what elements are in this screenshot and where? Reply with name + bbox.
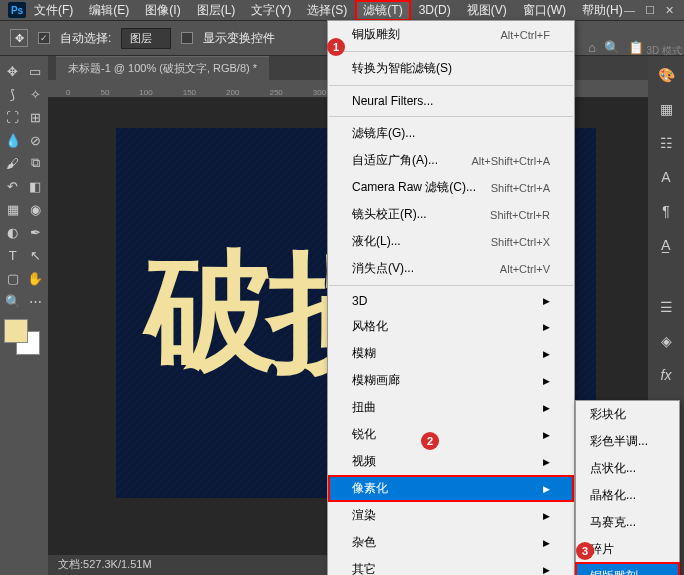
- path-tool[interactable]: ↖: [25, 244, 47, 266]
- filter-pixelate[interactable]: 像素化▶: [328, 475, 574, 502]
- document-tab[interactable]: 未标题-1 @ 100% (破损文字, RGB/8) *: [56, 56, 269, 80]
- history-brush-tool[interactable]: ↶: [2, 175, 24, 197]
- filter-vanishing-point[interactable]: 消失点(V)...Alt+Ctrl+V: [328, 255, 574, 282]
- minimize-icon[interactable]: —: [624, 4, 635, 17]
- menu-image[interactable]: 图像(I): [137, 0, 188, 21]
- filter-sharpen[interactable]: 锐化▶: [328, 421, 574, 448]
- menu-window[interactable]: 窗口(W): [515, 0, 574, 21]
- blur-tool[interactable]: ◉: [25, 198, 47, 220]
- styles-panel-icon[interactable]: ¶: [653, 198, 679, 224]
- layer-dropdown[interactable]: 图层: [121, 28, 171, 49]
- eyedropper-tool[interactable]: 💧: [2, 129, 24, 151]
- annotation-badge-2: 2: [421, 432, 439, 450]
- menu-type[interactable]: 文字(Y): [243, 0, 299, 21]
- filter-stylize[interactable]: 风格化▶: [328, 313, 574, 340]
- menu-3d[interactable]: 3D(D): [411, 1, 459, 19]
- filter-video[interactable]: 视频▶: [328, 448, 574, 475]
- home-icon[interactable]: ⌂: [588, 40, 596, 55]
- search-icon[interactable]: 🔍: [604, 40, 620, 55]
- edit-toolbar[interactable]: ⋯: [25, 290, 47, 312]
- sub-color-halftone[interactable]: 彩色半调...: [576, 428, 679, 455]
- filter-liquify[interactable]: 液化(L)...Shift+Ctrl+X: [328, 228, 574, 255]
- menu-layer[interactable]: 图层(L): [189, 0, 244, 21]
- type-tool[interactable]: T: [2, 244, 24, 266]
- gradient-tool[interactable]: ▦: [2, 198, 24, 220]
- menu-file[interactable]: 文件(F): [26, 0, 81, 21]
- adjustments-panel-icon[interactable]: A: [653, 164, 679, 190]
- foreground-color[interactable]: [4, 319, 28, 343]
- menu-filter[interactable]: 滤镜(T): [355, 0, 410, 21]
- maximize-icon[interactable]: ☐: [645, 4, 655, 17]
- hand-tool[interactable]: ✋: [25, 267, 47, 289]
- menubar: Ps 文件(F) 编辑(E) 图像(I) 图层(L) 文字(Y) 选择(S) 滤…: [0, 0, 684, 20]
- swatches-panel-icon[interactable]: ▦: [653, 96, 679, 122]
- fx-panel-icon[interactable]: fx: [653, 362, 679, 388]
- filter-adaptive-wide[interactable]: 自适应广角(A)...Alt+Shift+Ctrl+A: [328, 147, 574, 174]
- menu-view[interactable]: 视图(V): [459, 0, 515, 21]
- filter-neural[interactable]: Neural Filters...: [328, 89, 574, 113]
- crop-tool[interactable]: ⛶: [2, 106, 24, 128]
- zoom-tool[interactable]: 🔍: [2, 290, 24, 312]
- auto-select-checkbox[interactable]: ✓: [38, 32, 50, 44]
- auto-select-label: 自动选择:: [60, 30, 111, 47]
- brush-tool[interactable]: 🖌: [2, 152, 24, 174]
- clone-tool[interactable]: ⧉: [25, 152, 47, 174]
- lasso-tool[interactable]: ⟆: [2, 83, 24, 105]
- frame-tool[interactable]: ⊞: [25, 106, 47, 128]
- filter-3d[interactable]: 3D▶: [328, 289, 574, 313]
- magic-wand-tool[interactable]: ✧: [25, 83, 47, 105]
- sub-crystallize[interactable]: 彩块化: [576, 401, 679, 428]
- filter-lens-correction[interactable]: 镜头校正(R)...Shift+Ctrl+R: [328, 201, 574, 228]
- eraser-tool[interactable]: ◧: [25, 175, 47, 197]
- libraries-panel-icon[interactable]: ☷: [653, 130, 679, 156]
- channels-panel-icon[interactable]: ◈: [653, 328, 679, 354]
- filter-menu: 铜版雕刻 Alt+Ctrl+F 转换为智能滤镜(S) Neural Filter…: [327, 20, 575, 575]
- show-transform-checkbox[interactable]: [181, 32, 193, 44]
- move-tool-preset-icon[interactable]: ✥: [10, 29, 28, 47]
- window-controls: — ☐ ✕: [614, 0, 684, 21]
- filter-camera-raw[interactable]: Camera Raw 滤镜(C)...Shift+Ctrl+A: [328, 174, 574, 201]
- filter-blur[interactable]: 模糊▶: [328, 340, 574, 367]
- filter-blur-gallery[interactable]: 模糊画廊▶: [328, 367, 574, 394]
- tools-panel: ✥▭ ⟆✧ ⛶⊞ 💧⊘ 🖌⧉ ↶◧ ▦◉ ◐✒ T↖ ▢✋ 🔍⋯: [0, 56, 48, 575]
- character-panel-icon[interactable]: A̲: [653, 232, 679, 258]
- share-icon[interactable]: 📋: [628, 40, 644, 55]
- show-transform-label: 显示变换控件: [203, 30, 275, 47]
- sub-mezzotint[interactable]: 铜版雕刻...: [576, 563, 679, 575]
- shape-tool[interactable]: ▢: [2, 267, 24, 289]
- sub-mosaic[interactable]: 马赛克...: [576, 509, 679, 536]
- menu-select[interactable]: 选择(S): [299, 0, 355, 21]
- menu-edit[interactable]: 编辑(E): [81, 0, 137, 21]
- annotation-badge-3: 3: [576, 542, 594, 560]
- mode-3d-label: 3D 模式: [646, 44, 682, 58]
- filter-other[interactable]: 其它▶: [328, 556, 574, 575]
- color-swatches[interactable]: [2, 319, 42, 359]
- move-tool[interactable]: ✥: [2, 60, 24, 82]
- filter-gallery[interactable]: 滤镜库(G)...: [328, 120, 574, 147]
- dodge-tool[interactable]: ◐: [2, 221, 24, 243]
- ps-logo: Ps: [8, 2, 26, 18]
- filter-distort[interactable]: 扭曲▶: [328, 394, 574, 421]
- filter-convert-smart[interactable]: 转换为智能滤镜(S): [328, 55, 574, 82]
- heal-tool[interactable]: ⊘: [25, 129, 47, 151]
- filter-noise[interactable]: 杂色▶: [328, 529, 574, 556]
- close-icon[interactable]: ✕: [665, 4, 674, 17]
- filter-last[interactable]: 铜版雕刻 Alt+Ctrl+F: [328, 21, 574, 48]
- sub-pointillize[interactable]: 点状化...: [576, 455, 679, 482]
- artboard-tool[interactable]: ▭: [25, 60, 47, 82]
- sub-facet[interactable]: 晶格化...: [576, 482, 679, 509]
- layers-panel-icon[interactable]: ☰: [653, 294, 679, 320]
- pen-tool[interactable]: ✒: [25, 221, 47, 243]
- filter-render[interactable]: 渲染▶: [328, 502, 574, 529]
- annotation-badge-1: 1: [327, 38, 345, 56]
- color-panel-icon[interactable]: 🎨: [653, 62, 679, 88]
